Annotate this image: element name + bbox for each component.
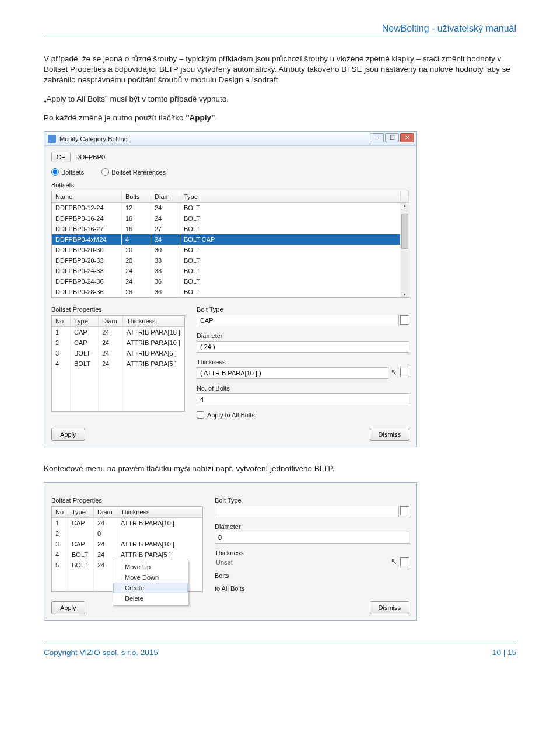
ctx-move-up[interactable]: Move Up	[113, 562, 188, 572]
boltset-properties-grid[interactable]: No Type Diam Thickness 1CAP24ATTRIB PARA…	[51, 315, 185, 412]
diameter-input[interactable]	[197, 341, 410, 353]
close-icon[interactable]: ✕	[400, 133, 414, 142]
footer-page-number: 10 | 15	[492, 648, 516, 657]
table-row[interactable]: DDFPBP0-24-362436BOLT	[52, 276, 409, 287]
boltset-properties-panel: Boltset Properties No Type Diam Thicknes…	[44, 482, 417, 621]
thickness-label: Thickness	[197, 358, 410, 365]
diameter-input-2[interactable]	[215, 532, 410, 544]
table-row[interactable]: DDFPBP0-16-241624BOLT	[52, 213, 409, 224]
radio-boltsets[interactable]: Boltsets	[51, 168, 84, 176]
apply-button[interactable]: Apply	[51, 428, 85, 441]
col-name[interactable]: Name	[52, 191, 122, 203]
copy-icon[interactable]	[401, 316, 410, 325]
table-row[interactable]: DDFPBP0-20-332033BOLT	[52, 255, 409, 266]
p2col-type[interactable]: Type	[68, 507, 94, 518]
cursor-icon	[391, 558, 399, 566]
no-of-bolts-label: No. of Bolts	[197, 385, 410, 392]
table-row[interactable]: 3BOLT24ATTRIB PARA[5 ]	[52, 348, 184, 358]
app-icon	[48, 135, 56, 143]
pcol-no[interactable]: No	[52, 316, 71, 327]
ctx-create[interactable]: Create	[113, 583, 188, 593]
table-row[interactable]: 20	[52, 528, 202, 539]
minimize-icon[interactable]: –	[370, 133, 384, 142]
table-row[interactable]: 4BOLT24ATTRIB PARA[5 ]	[52, 358, 184, 369]
dismiss-button[interactable]: Dismiss	[370, 428, 410, 441]
pcol-type[interactable]: Type	[71, 316, 99, 327]
dismiss-button-2[interactable]: Dismiss	[370, 601, 410, 614]
apply-to-all-bolts-checkbox[interactable]	[197, 411, 204, 419]
table-row[interactable]: 1CAP24ATTRIB PARA[10 ]	[52, 327, 184, 337]
props2-section-label: Boltset Properties	[51, 497, 203, 504]
bolt-type-label: Bolt Type	[197, 306, 410, 313]
ctx-move-down[interactable]: Move Down	[113, 572, 188, 583]
table-row[interactable]	[52, 390, 184, 400]
bolt-type-input[interactable]	[197, 315, 399, 326]
thickness-value-partial: Unset	[215, 559, 388, 566]
table-row[interactable]: 4BOLT24ATTRIB PARA[5 ]	[52, 549, 202, 560]
copy-icon[interactable]	[401, 369, 410, 377]
table-row[interactable]: DDFPBP0-24-332433BOLT	[52, 266, 409, 276]
col-diam[interactable]: Diam	[151, 191, 180, 203]
scroll-head	[401, 191, 409, 203]
p2col-no[interactable]: No	[52, 507, 68, 518]
pcol-thick[interactable]: Thickness	[123, 316, 184, 327]
table-row[interactable]: DDFPBP0-28-362836BOLT	[52, 287, 409, 297]
p2col-diam[interactable]: Diam	[94, 507, 117, 518]
table-row[interactable]	[52, 400, 184, 411]
paragraph-2: „Apply to All Bolts" musí být v tomto př…	[44, 94, 516, 104]
col-type[interactable]: Type	[180, 191, 401, 203]
ce-button[interactable]: CE	[51, 152, 71, 162]
copy-icon[interactable]	[401, 558, 410, 566]
scroll-thumb[interactable]	[401, 214, 408, 249]
radio-boltsetrefs[interactable]: Boltset References	[102, 168, 166, 176]
page-header: NewBolting - uživatelský manuál	[44, 23, 516, 37]
table-row[interactable]: DDFPBP0-20-302030BOLT	[52, 245, 409, 255]
paragraph-1: V případě, že se jedná o různé šrouby – …	[44, 54, 516, 86]
radio-boltsetrefs-label: Boltset References	[111, 169, 166, 176]
thickness-input[interactable]	[197, 367, 388, 379]
radio-boltsetrefs-input[interactable]	[102, 168, 109, 176]
table-row[interactable]	[52, 379, 184, 390]
cursor-icon	[391, 369, 399, 377]
table-row[interactable]: 1CAP24ATTRIB PARA[10 ]	[52, 518, 202, 528]
table-row[interactable]: DDFPBP0-4xM24424BOLT CAP	[52, 234, 409, 245]
no-of-bolts-input[interactable]	[197, 393, 410, 405]
table-row[interactable]	[52, 369, 184, 379]
paragraph-3-prefix: Po každé změně je nutno použít tlačítko	[44, 113, 186, 122]
ce-value: DDFPBP0	[75, 154, 105, 161]
radio-boltsets-input[interactable]	[51, 168, 59, 176]
modify-category-bolting-window: Modify Category Bolting – ☐ ✕ CE DDFPBP0…	[44, 131, 417, 447]
paragraph-3: Po každé změně je nutno použít tlačítko …	[44, 113, 516, 123]
boltsets-grid[interactable]: Name Bolts Diam Type DDFPBP0-12-241224BO…	[51, 191, 410, 298]
apply-button-2[interactable]: Apply	[51, 601, 85, 614]
boltsets-section-label: Boltsets	[51, 182, 410, 189]
col-bolts[interactable]: Bolts	[122, 191, 151, 203]
pcol-diam[interactable]: Diam	[99, 316, 123, 327]
table-row[interactable]: DDFPBP0-12-241224BOLT	[52, 203, 409, 213]
win1-titlebar[interactable]: Modify Category Bolting – ☐ ✕	[44, 132, 416, 146]
apply-to-all-bolts-label: Apply to All Bolts	[207, 412, 255, 419]
scroll-up-arrow-icon[interactable]: ▴	[401, 203, 409, 208]
no-of-bolts-label-2-partial: Bolts	[215, 572, 410, 579]
radio-boltsets-label: Boltsets	[61, 169, 84, 176]
table-row[interactable]: 3CAP24ATTRIB PARA[10 ]	[52, 539, 202, 549]
scrollbar-vertical[interactable]: ▴ ▾	[401, 203, 409, 297]
maximize-icon[interactable]: ☐	[385, 133, 399, 142]
apply-to-all-bolts-label-2-partial: to All Bolts	[215, 585, 244, 592]
thickness-label-2: Thickness	[215, 549, 410, 556]
bolt-type-label-2: Bolt Type	[215, 497, 410, 504]
table-row[interactable]: 2CAP24ATTRIB PARA[10 ]	[52, 337, 184, 348]
table-row[interactable]: DDFPBP0-16-271627BOLT	[52, 224, 409, 234]
win1-title: Modify Category Bolting	[60, 135, 128, 142]
diameter-label: Diameter	[197, 332, 410, 339]
scroll-down-arrow-icon[interactable]: ▾	[401, 292, 409, 297]
apply-bold: "Apply"	[186, 113, 215, 122]
p2col-thick[interactable]: Thickness	[117, 507, 202, 518]
bolt-type-input-2[interactable]	[215, 506, 399, 517]
paragraph-3-suffix: .	[215, 113, 217, 122]
footer-copyright: Copyright VIZIO spol. s r.o. 2015	[44, 648, 158, 657]
copy-icon[interactable]	[401, 507, 410, 515]
ctx-delete[interactable]: Delete	[113, 593, 188, 604]
props-section-label: Boltset Properties	[51, 306, 185, 313]
context-menu[interactable]: Move Up Move Down Create Delete	[113, 560, 188, 605]
